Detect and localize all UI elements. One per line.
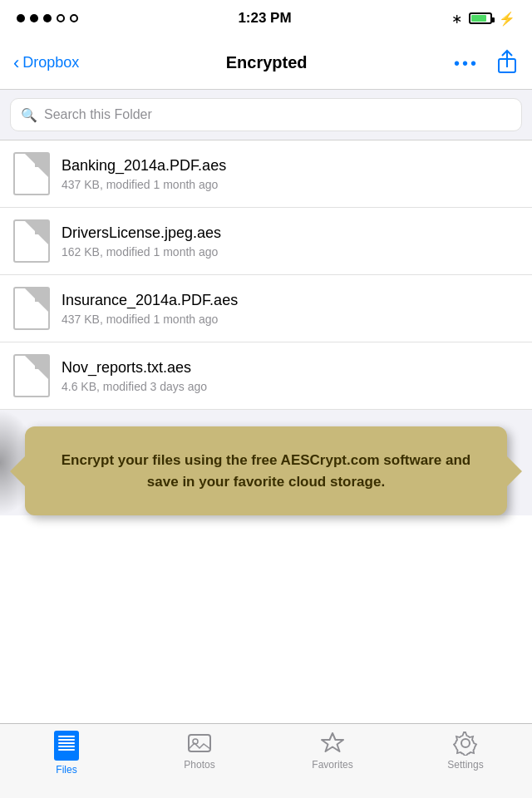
file-info-0: Banking_2014a.PDF.aes 437 KB, modified 1… (62, 157, 519, 191)
battery-icon (469, 12, 492, 24)
tab-favorites-label: Favorites (312, 759, 352, 771)
files-tab-icon (54, 731, 79, 761)
file-meta-3: 4.6 KB, modified 3 days ago (62, 380, 519, 393)
more-button[interactable]: ••• (454, 52, 479, 74)
signal-strength (17, 14, 78, 22)
signal-dot-4 (57, 14, 65, 22)
nav-title: Encrypted (226, 53, 308, 72)
tab-files[interactable]: Files (0, 731, 133, 776)
file-name-2: Insurance_2014a.PDF.aes (62, 292, 519, 309)
tooltip-banner: Encrypt your files using the free AESCry… (25, 426, 507, 515)
back-label: Dropbox (22, 54, 79, 71)
file-meta-0: 437 KB, modified 1 month ago (62, 178, 519, 191)
search-icon: 🔍 (21, 107, 37, 123)
tab-bar: Files Photos Favorites Settings (0, 723, 532, 798)
tooltip-container: Encrypt your files using the free AESCry… (0, 410, 532, 515)
file-name-1: DriversLicense.jpeg.aes (62, 224, 519, 242)
file-name-0: Banking_2014a.PDF.aes (62, 157, 519, 175)
search-container: 🔍 Search this Folder (0, 90, 532, 140)
file-item-2[interactable]: Insurance_2014a.PDF.aes 437 KB, modified… (0, 275, 532, 342)
bluetooth-icon: ∗ (451, 11, 462, 27)
tooltip-text: Encrypt your files using the free AESCry… (62, 452, 470, 490)
tab-photos[interactable]: Photos (133, 731, 266, 771)
file-icon-3 (13, 354, 50, 397)
file-info-1: DriversLicense.jpeg.aes 162 KB, modified… (62, 224, 519, 259)
file-info-3: Nov_reports.txt.aes 4.6 KB, modified 3 d… (62, 359, 519, 393)
back-chevron-icon: ‹ (13, 52, 19, 74)
charging-icon: ⚡ (499, 11, 515, 27)
file-info-2: Insurance_2014a.PDF.aes 437 KB, modified… (62, 292, 519, 326)
tab-settings-label: Settings (447, 759, 483, 771)
nav-bar: ‹ Dropbox Encrypted ••• (0, 37, 532, 90)
search-bar[interactable]: 🔍 Search this Folder (10, 98, 522, 131)
svg-point-5 (461, 739, 470, 747)
battery-fill (471, 15, 486, 22)
file-name-3: Nov_reports.txt.aes (62, 359, 519, 377)
status-right-icons: ∗ ⚡ (451, 11, 515, 27)
file-meta-1: 162 KB, modified 1 month ago (62, 245, 519, 259)
search-placeholder: Search this Folder (44, 107, 152, 122)
file-icon-0 (13, 152, 50, 195)
nav-actions: ••• (454, 49, 519, 77)
share-icon (495, 49, 519, 77)
share-button[interactable] (495, 49, 519, 77)
file-item-1[interactable]: DriversLicense.jpeg.aes 162 KB, modified… (0, 208, 532, 275)
file-icon-1 (13, 219, 50, 263)
signal-dot-5 (70, 14, 78, 22)
settings-tab-icon (453, 731, 478, 756)
tab-settings[interactable]: Settings (399, 731, 532, 771)
back-button[interactable]: ‹ Dropbox (13, 52, 79, 74)
svg-marker-4 (322, 733, 343, 751)
status-time: 1:23 PM (238, 10, 291, 27)
file-icon-2 (13, 287, 50, 330)
signal-dot-3 (43, 14, 52, 22)
favorites-tab-icon (320, 731, 345, 756)
photos-tab-icon (187, 731, 212, 756)
file-meta-2: 437 KB, modified 1 month ago (62, 313, 519, 326)
tab-favorites[interactable]: Favorites (266, 731, 399, 771)
tab-files-label: Files (56, 764, 76, 776)
file-item-0[interactable]: Banking_2014a.PDF.aes 437 KB, modified 1… (0, 140, 532, 208)
file-item-3[interactable]: Nov_reports.txt.aes 4.6 KB, modified 3 d… (0, 342, 532, 410)
tab-photos-label: Photos (184, 759, 214, 771)
status-bar: 1:23 PM ∗ ⚡ (0, 0, 532, 37)
signal-dot-2 (30, 14, 38, 22)
signal-dot-1 (17, 14, 25, 22)
file-list: Banking_2014a.PDF.aes 437 KB, modified 1… (0, 140, 532, 410)
